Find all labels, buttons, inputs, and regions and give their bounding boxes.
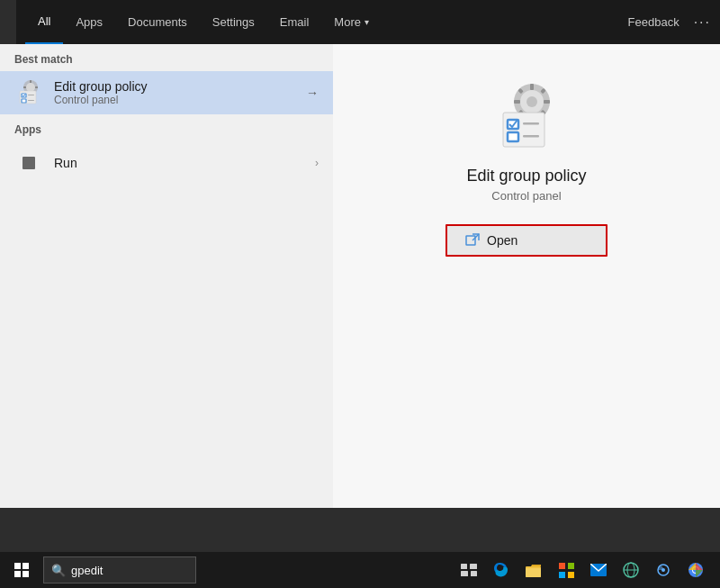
run-arrow-icon: › <box>315 157 319 169</box>
svg-rect-31 <box>14 571 21 577</box>
svg-rect-32 <box>22 571 29 577</box>
gpo-icon <box>14 78 43 107</box>
best-match-item[interactable]: Edit group policy Control panel → <box>0 71 333 114</box>
svg-rect-5 <box>35 86 38 88</box>
svg-rect-29 <box>14 563 21 569</box>
svg-rect-39 <box>559 563 565 569</box>
nav-label-email: Email <box>280 15 310 29</box>
nav-right: Feedback ··· <box>628 14 711 31</box>
svg-rect-16 <box>514 100 520 104</box>
task-view-icon <box>461 564 477 576</box>
nav-label-apps: Apps <box>76 15 103 29</box>
svg-rect-38 <box>526 568 541 577</box>
svg-rect-24 <box>523 122 539 125</box>
run-icon <box>14 149 43 177</box>
svg-rect-4 <box>23 86 26 88</box>
svg-rect-17 <box>544 100 550 104</box>
nav-item-all[interactable]: All <box>25 0 63 44</box>
nav-item-settings[interactable]: Settings <box>200 0 267 44</box>
network-button[interactable] <box>650 556 677 583</box>
run-item[interactable]: Run › <box>0 141 333 185</box>
nav-bar: All Apps Documents Settings Email More ▾… <box>16 0 720 44</box>
chrome-button[interactable] <box>682 556 709 583</box>
nav-label-settings: Settings <box>212 15 255 29</box>
svg-rect-8 <box>28 95 34 95</box>
svg-rect-30 <box>22 563 29 569</box>
windows-icon <box>14 563 29 577</box>
edge-icon <box>493 562 509 578</box>
mail-icon <box>590 564 607 576</box>
mail-button[interactable] <box>585 556 612 583</box>
svg-rect-9 <box>22 99 26 103</box>
result-arrow-icon: → <box>306 86 319 100</box>
content-area: Best match <box>0 44 720 508</box>
best-match-text: Edit group policy Control panel <box>54 79 306 106</box>
nav-label-all: All <box>38 14 50 28</box>
right-panel: Edit group policy Control panel Open <box>333 44 720 508</box>
taskbar-icons <box>455 556 716 583</box>
nav-items: All Apps Documents Settings Email More ▾ <box>25 0 628 44</box>
taskbar: 🔍 gpedit <box>0 552 720 588</box>
svg-point-13 <box>526 96 537 107</box>
best-match-label: Best match <box>0 44 333 71</box>
svg-rect-10 <box>28 100 34 101</box>
svg-rect-36 <box>471 571 477 576</box>
search-icon: 🔍 <box>51 564 66 577</box>
open-button[interactable]: Open <box>446 224 608 257</box>
nav-label-more: More <box>334 15 361 29</box>
svg-rect-41 <box>559 572 565 578</box>
start-button[interactable] <box>4 552 40 588</box>
svg-point-48 <box>662 568 665 572</box>
file-explorer-icon <box>526 563 542 577</box>
nav-item-documents[interactable]: Documents <box>115 0 200 44</box>
store-button[interactable] <box>553 556 580 583</box>
file-explorer-button[interactable] <box>520 556 547 583</box>
taskbar-search-box[interactable]: 🔍 gpedit <box>43 556 196 583</box>
svg-rect-35 <box>461 571 468 576</box>
search-input-value: gpedit <box>71 564 179 577</box>
feedback-button[interactable]: Feedback <box>628 15 680 29</box>
globe-button[interactable] <box>617 556 644 583</box>
more-options-button[interactable]: ··· <box>694 14 711 31</box>
edge-button[interactable] <box>488 556 515 583</box>
svg-rect-34 <box>470 564 477 569</box>
best-match-title: Edit group policy <box>54 79 306 94</box>
apps-section-label: Apps <box>0 114 333 141</box>
svg-rect-26 <box>523 135 539 138</box>
store-icon <box>559 563 574 578</box>
svg-rect-42 <box>568 572 574 578</box>
nav-item-apps[interactable]: Apps <box>63 0 115 44</box>
globe-icon <box>623 562 639 578</box>
left-panel: Best match <box>0 44 333 508</box>
task-view-button[interactable] <box>455 556 482 583</box>
svg-rect-33 <box>461 564 467 569</box>
nav-item-more[interactable]: More ▾ <box>321 0 382 44</box>
nav-item-email[interactable]: Email <box>267 0 322 44</box>
run-title: Run <box>54 156 315 170</box>
svg-rect-2 <box>30 80 32 83</box>
svg-rect-25 <box>508 132 518 141</box>
detail-subtitle: Control panel <box>491 189 561 203</box>
network-icon <box>656 563 670 577</box>
svg-rect-40 <box>568 563 574 569</box>
svg-point-1 <box>26 83 35 92</box>
svg-rect-27 <box>466 236 475 245</box>
open-label: Open <box>487 233 518 248</box>
svg-rect-14 <box>530 84 534 90</box>
chrome-icon <box>688 562 704 578</box>
nav-label-documents: Documents <box>128 15 187 29</box>
run-text: Run <box>54 156 315 170</box>
chevron-down-icon: ▾ <box>364 17 369 27</box>
best-match-subtitle: Control panel <box>54 94 306 106</box>
detail-gpo-icon <box>490 80 562 152</box>
detail-title: Edit group policy <box>466 167 586 185</box>
open-icon <box>465 233 480 248</box>
